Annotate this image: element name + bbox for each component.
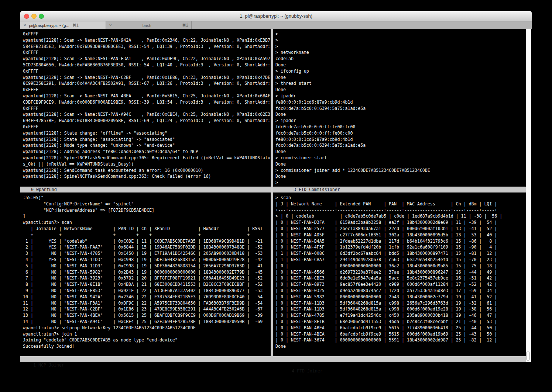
terminal-line: Done <box>275 161 526 167</box>
terminal-line: fe80:0:0:0:1cd6:87a9:cb9d:4b1d <box>275 136 526 143</box>
terminal-line: 0xFFFF <box>23 87 271 93</box>
terminal-line: 12 | NO | "NEST-PAN-C2BF" | 0x1E86 | 23 … <box>23 306 271 312</box>
terminal-line: wpantund[2128]: Scan -> Name:NEST-PAN-C2… <box>23 74 271 81</box>
terminal-line: Joining "codelab" C0DE7AB5C0DE7AB5 as no… <box>23 337 271 343</box>
terminal-line: | 0 | NEST-PAN-4BEA | 6bafcdbfcb9f9ce9 |… <box>275 331 526 337</box>
terminal-line: 1 | YES | "codelab" | 0xC0DE | 11 | C0DE… <box>23 238 271 244</box>
pane-status-ncp-joiner: 1 NCP Joiner <box>33 362 64 368</box>
ncp-joiner-output: :55:05)" "Config:NCP:DriverName" => "spi… <box>23 195 271 350</box>
terminal-line: > ipaddr <box>275 93 526 99</box>
terminal-line: | 0 | NEST-PAN-4785 | e7f19a41dc42546c |… <box>275 312 526 319</box>
terminal-line: 6 | NO | "NEST-PAN-5982" | 0x2B43 | 19 |… <box>23 269 271 275</box>
terminal-line: Done <box>275 74 526 81</box>
terminal-line: | 0 | NEST-PAN-4BEA | 6bafcdbfcb9f9ce9 |… <box>275 325 526 331</box>
terminal-line: | J | Network Name | Extended PAN | PAN … <box>275 201 526 207</box>
window-title: 1. pi@raspberrypi: ~ (gnubby-ssh) <box>20 11 532 21</box>
terminal-line: codelab <box>275 56 526 62</box>
tab-bash[interactable]: ✕ bash ⌘2 <box>106 21 192 29</box>
pane-split-divider[interactable] <box>271 29 273 356</box>
prompt-line: wpanctl:utun7> <box>23 350 271 356</box>
terminal-line: > <box>275 180 526 186</box>
terminal-line: 8C99E358C291, HwAddr:0x4A4A3C4FB2502A91,… <box>23 80 271 87</box>
terminal-line: fdc0:de7a:b5c0:0:6394:5a75:a1ad:e5a <box>275 105 526 112</box>
tab-bar: ✕ pi@raspberrypi: ~ (g... ⌘1 ✕ bash ⌘2 <box>20 21 532 30</box>
terminal-line: wpanctl:utun7> setprop Network:Key 1234C… <box>23 325 271 331</box>
pane-wpantund-log[interactable]: 0xFFFFwpantund[2128]: Scan -> Name:NEST-… <box>20 29 271 187</box>
terminal-content: 0xFFFFwpantund[2128]: Scan -> Name:NEST-… <box>20 29 532 392</box>
terminal-line: CDBFCB9F9CE9, HwAddr:0x000D6F000AD19BE9,… <box>23 99 271 105</box>
tab-label: pi@raspberrypi: ~ (g... <box>29 23 69 28</box>
pane-ftd-joiner-cli[interactable]: > scan| J | Network Name | Extended PAN … <box>273 192 526 356</box>
terminal-line: | 0 | NEST-PAN-3674 | 0000000000000000 |… <box>275 337 526 343</box>
terminal-line: wpantund[2128]: SendCommand task encount… <box>23 167 271 174</box>
scrollbar-thumb[interactable] <box>526 351 530 361</box>
tab-ssh-session[interactable]: ✕ pi@raspberrypi: ~ (g... ⌘1 <box>20 21 106 29</box>
close-tab-icon[interactable]: ✕ <box>109 23 112 27</box>
terminal-line: :55:05)" <box>23 195 271 201</box>
terminal-line: Done <box>275 111 526 118</box>
terminal-line: | 0 | NEST-PAN-D3FA | 6159adc3ba8b3258 |… <box>275 219 526 226</box>
terminal-line: 0xFFFF <box>23 124 271 130</box>
terminal-line: 8 | NO | "NEST-PAN-8E1B" | 0x4BDA | 21 |… <box>23 281 271 288</box>
terminal-line: ] <box>23 213 271 219</box>
terminal-line: wpantund[2128]: Scan -> Name:NEST-PAN-4B… <box>23 93 271 99</box>
pane-ftd-commissioner-cli[interactable]: >>>> networknamecodelabDone> ifconfig up… <box>273 29 526 187</box>
terminal-line: Done <box>275 173 526 180</box>
terminal-line: 13 | NO | "NEST-PAN-4BEA" | 0x5615 | 25 … <box>23 312 271 319</box>
terminal-line: fdc0:de7a:b5c0:0:6394:5a75:a1ad:e5a <box>275 142 526 149</box>
terminal-line: 5 | NO | "NEST-PAN-11D3" | 0xC998 | 19 |… <box>23 263 271 269</box>
terminal-line: | 0 | NEST-PAN-11D3 | 5df36048268d815a |… <box>275 306 526 312</box>
terminal-line: wpantund[2128]: State change: "offline" … <box>23 130 271 136</box>
terminal-line: 7 | NO | "NEST-PAN-3923" | 0x37D2 | 20 |… <box>23 275 271 281</box>
terminal-line: > commissioner joiner add * 1234C0DE7AB5… <box>275 167 526 174</box>
terminal-line: | 1 | NEST-PAN-008C | 6d3df2bc67aabc64 |… <box>275 250 526 257</box>
window-titlebar[interactable]: 1. pi@raspberrypi: ~ (gnubby-ssh) <box>20 11 532 21</box>
close-tab-icon[interactable]: ✕ <box>23 23 26 27</box>
terminal-line: wpantund[2128]: Scan -> Name:NEST-PAN-A9… <box>23 111 271 118</box>
terminal-line: | 0 | NEST-PAN-8973 | 9ac857f8ee3e4420 |… <box>275 281 526 288</box>
terminal-line: > networkname <box>275 49 526 56</box>
terminal-line: wpantund[2128]: State change: "associati… <box>23 136 271 143</box>
terminal-line: wpantund[2128]: Scan -> Name:NEST-PAN-F3… <box>23 56 271 62</box>
terminal-line: 2 | YES | "NEST-PAN-FAA7" | 0x6844 | 15 … <box>23 244 271 250</box>
terminal-line: Done <box>275 343 526 350</box>
terminal-line: | 0 | NEST-PAN-B4A5 | 2fdeab52227d1dba |… <box>275 238 526 244</box>
terminal-window: 1. pi@raspberrypi: ~ (gnubby-ssh) ✕ pi@r… <box>20 11 532 392</box>
terminal-line: 0xFFFF <box>23 68 271 74</box>
terminal-line: | 0 | NEST-PAN-4F5F | 1b12379efd4df20b |… <box>275 244 526 250</box>
terminal-line: Done <box>275 149 526 155</box>
terminal-line: Done <box>275 87 526 93</box>
terminal-line: fdc0:de7a:b5c0:0:0:ff:fe00:fc00 <box>275 124 526 130</box>
terminal-line: | 0 | NEST-PAN-11D3 | 5df36048268d815a |… <box>275 300 526 306</box>
terminal-line: > commissioner start <box>275 155 526 161</box>
terminal-line: | 0 | NEST-PAN-5982 | 0000000000000000 |… <box>275 294 526 300</box>
terminal-line: fdc0:de7a:b5c0:0:0:ff:fe00:c00 <box>275 130 526 136</box>
terminal-line: wpantund[2128]: Node type change: "unkno… <box>23 142 271 149</box>
terminal-line: wpantund[2128]: Adding address "fe80::da… <box>23 149 271 155</box>
tab-shortcut: ⌘2 <box>182 23 188 28</box>
terminal-line: wpantund[2128]: SpinelNCPTaskSendCommand… <box>23 173 271 180</box>
terminal-line: | 1 | NEST-PAN-CAA7 | 294149dd4978b678 |… <box>275 257 526 263</box>
tab-label: bash <box>114 23 179 28</box>
terminal-line: wpanctl:utun7> join 1 <box>23 331 271 337</box>
terminal-line: 10 | NO | "NEST-PAN-942A" | 0x2346 | 22 … <box>23 294 271 300</box>
terminal-line: > ipaddr <box>275 118 526 124</box>
terminal-line: 694FE42857BE, HwAddr:0x18B43000002095BE,… <box>23 118 271 124</box>
terminal-line: wpantund[2128]: SpinelNCPTaskSendCommand… <box>23 155 271 161</box>
pane-ncp-joiner-cli[interactable]: :55:05)" "Config:NCP:DriverName" => "spi… <box>20 192 271 356</box>
pane-status-ftd-joiner: 4 FTD Joiner <box>292 368 323 374</box>
terminal-line: 11 | NO | "NEST-PAN-F3A1" | 0xDF9C | 22 … <box>23 300 271 306</box>
terminal-line: | 0 | NEST-PAN-6566 | d26973220a370ee2 |… <box>275 269 526 275</box>
scrollbar-track[interactable] <box>526 29 531 362</box>
terminal-line: | 0 | NEST-PAN-0325 | d9eaa2d008d74ac7 |… <box>275 288 526 294</box>
terminal-line: > scan <box>275 195 526 201</box>
tab-shortcut: ⌘1 <box>72 23 79 28</box>
terminal-line: wpanctl:utun7> scan <box>23 219 271 226</box>
terminal-line: 14 | NO | "NEST-PAN-A94C" | 0xCBE4 | 25 … <box>23 319 271 325</box>
terminal-line: 0xFFFF <box>23 31 271 37</box>
terminal-line: > ifconfig up <box>275 68 526 74</box>
terminal-line: 0xFFFF <box>23 105 271 112</box>
terminal-line: 4 | YES | "NEST-PAN-11D3" | 0xC998 | 19 … <box>23 257 271 263</box>
terminal-line: Done <box>275 62 526 68</box>
terminal-line: | 0 | NEST-PAN-8E1B | 68e3006cdd411553 |… <box>275 319 526 325</box>
